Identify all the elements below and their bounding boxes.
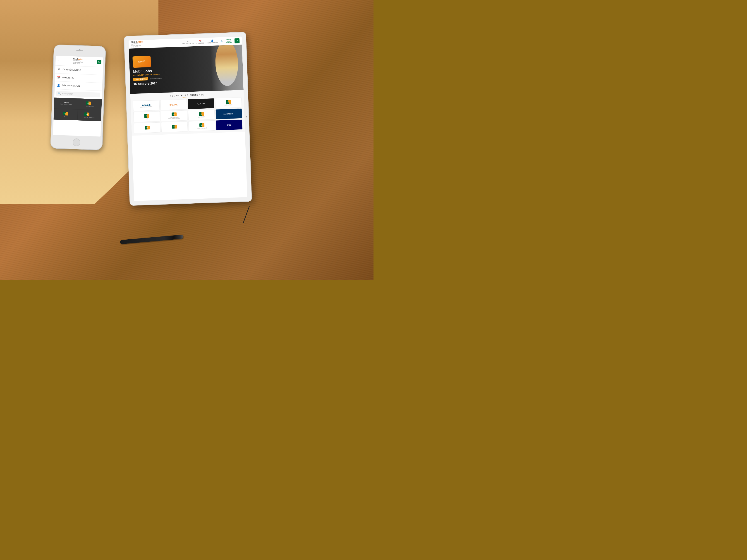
ca-assurances-logo: CA xyxy=(226,100,231,104)
phone-close-button[interactable]: × xyxy=(57,59,59,62)
tablet-hero-bycareer: BY CAREER PASS xyxy=(150,78,162,80)
phone-event-info: 100% DIGITAL 16 OCTOBRE 2020 9H00 - 17H3… xyxy=(73,60,83,65)
sponsor-ca-assurances[interactable]: CA ASSURANCES xyxy=(78,99,102,110)
ca-consumer-logo: CA xyxy=(84,112,89,116)
calendar-icon: 📅 xyxy=(57,76,60,79)
amundi-sub: ASSET MANAGEMENT xyxy=(140,106,153,108)
tablet-hero-banner: CAREER PASS MobiliJobs L'ÉVÉNEMENT MOBIL… xyxy=(129,45,243,94)
phone-sponsors-grid: CACEIS INVESTOR SERVICES CA ASSURANCES C… xyxy=(54,98,102,121)
ca-cib-logo2: CA xyxy=(144,114,149,118)
ca-bottom1-logo: CA xyxy=(145,126,150,129)
tablet-ateliers-icon: 📅 xyxy=(199,40,202,42)
lcl-logo: LCL xyxy=(227,124,232,126)
ca-logo-small: CA xyxy=(86,101,91,105)
career-pass-subtitle: PASS xyxy=(138,62,145,63)
sponsor-caceis[interactable]: CACEIS INVESTOR SERVICES xyxy=(54,98,78,109)
tablet-logo: MobiliJobs 100% DIGITAL 16 OCTOBRE 2020 … xyxy=(131,41,143,48)
phone-screen: × MobiliJobs 100% DIGITAL 16 OCTOBRE 202… xyxy=(53,56,103,136)
recruiter-ca-bottom2[interactable]: CA xyxy=(161,121,188,132)
recruiter-lcl[interactable]: LCL xyxy=(216,119,242,131)
recruiter-bbank[interactable]: B°BANK xyxy=(160,99,187,110)
phone-search-placeholder: Rechercher xyxy=(62,92,73,95)
ca-cib-sub: CIB xyxy=(146,118,148,119)
search-icon: 🔍 xyxy=(58,92,61,95)
phone-home-button[interactable] xyxy=(72,138,80,146)
phone-search-bar[interactable]: 🔍 Rechercher xyxy=(56,91,100,97)
recruiter-indosuez[interactable]: CA INDOSUEZ xyxy=(215,108,242,119)
tablet-camera xyxy=(246,116,247,117)
ca-consumer-logo2: CA xyxy=(171,112,177,116)
person-icon: 👤 xyxy=(57,83,60,87)
phone-logo: MobiliJobs 100% DIGITAL 16 OCTOBRE 2020 … xyxy=(73,58,83,65)
phone-app-header: × MobiliJobs 100% DIGITAL 16 OCTOBRE 202… xyxy=(55,56,103,67)
recruiter-credit-agricole[interactable]: CA CRÉDIT AGRICOLE xyxy=(188,121,215,131)
tablet-nav-ateliers[interactable]: 📅 ATELIERS xyxy=(197,40,204,44)
sponsor-consumer-sub: CRÉDIT AGRICOLE xyxy=(84,116,95,118)
career-pass-card: CAREER PASS xyxy=(132,56,151,68)
phone-ca-badge: CA xyxy=(97,60,101,64)
phone-device: × MobiliJobs 100% DIGITAL 16 OCTOBRE 202… xyxy=(50,44,106,150)
tablet-search-button[interactable]: 🔍 xyxy=(221,40,223,42)
tablet-group-credit: GROUPE CRÉDIT AGRICOLE xyxy=(226,39,232,43)
recruiter-ca-immobilier[interactable]: CA IMMOBILIER xyxy=(188,109,215,121)
tablet-device: MobiliJobs 100% DIGITAL 16 OCTOBRE 2020 … xyxy=(124,32,252,206)
ca-bottom3-logo: CA xyxy=(199,123,204,127)
sponsor-assurances-sub: ASSURANCES xyxy=(86,105,94,107)
tablet-nav-conferences[interactable]: 🎙 CONFÉRENCES xyxy=(182,40,194,45)
phone-menu-deconnexion-label: DÉCONNEXION xyxy=(62,84,80,87)
tablet-deconnexion-label: DÉCONNEXION xyxy=(207,42,218,44)
tablet-ca-badge: CA xyxy=(234,38,240,43)
recruiter-voir-fiche[interactable]: Voir la fiche S... xyxy=(188,98,214,109)
recruiter-ca-consumer[interactable]: CA CRÉDIT AGRICOLE CONSUMER FINANCE xyxy=(161,110,187,121)
sponsor-caceis-sub: INVESTOR SERVICES xyxy=(60,103,72,105)
tablet-event-info: 100% DIGITAL 16 OCTOBRE 2020 9H00 - 17H3… xyxy=(131,43,143,48)
phone-menu-conferences-label: CONFÉRENCES xyxy=(62,68,81,72)
tablet-conferences-label: CONFÉRENCES xyxy=(182,43,194,45)
recruteurs-underline xyxy=(183,97,192,97)
recruiter-ca-assurances[interactable]: CA ASSURANCES xyxy=(215,97,242,108)
recruiter-ca-cib[interactable]: CA CIB xyxy=(133,111,160,122)
microphone-icon: 🎙 xyxy=(57,68,61,71)
tablet-screen: MobiliJobs 100% DIGITAL 16 OCTOBRE 2020 … xyxy=(129,36,247,201)
tablet-agricole-label: AGRICOLE xyxy=(226,42,232,43)
tablet-recruteurs-section: RECRUTEURS PRÉSENTS Amundi ASSET MANAGEM… xyxy=(130,90,245,136)
tablet-nav-deconnexion[interactable]: 👤 DÉCONNEXION xyxy=(206,39,218,44)
sponsor-ca-cib[interactable]: CA CIB xyxy=(54,109,78,121)
ca-bottom2-logo: CA xyxy=(172,125,177,129)
recruteurs-grid: Amundi ASSET MANAGEMENT B°BANK Voir la f… xyxy=(133,97,242,123)
sponsor-ca-consumer[interactable]: CA CRÉDIT AGRICOLE xyxy=(77,109,101,121)
tablet-hero-content: CAREER PASS MobiliJobs L'ÉVÉNEMENT MOBIL… xyxy=(132,53,240,86)
indosuez-logo: CA INDOSUEZ xyxy=(224,113,234,115)
phone-speaker xyxy=(76,50,83,51)
phone-menu-ateliers-label: ATELIERS xyxy=(62,76,74,79)
tablet-deconnexion-icon: 👤 xyxy=(211,39,213,42)
recruiter-ca-bottom1[interactable]: CA xyxy=(134,122,160,133)
tablet-hero-digital: 100% DIGITAL xyxy=(133,77,149,81)
ca-cib-logo: CA xyxy=(63,111,68,115)
voir-fiche-text: Voir la fiche xyxy=(197,103,205,105)
sponsor-cib-sub: CIB xyxy=(63,116,68,117)
recruiter-amundi[interactable]: Amundi ASSET MANAGEMENT xyxy=(133,100,160,111)
tablet-brand-jobs: Jobs xyxy=(137,41,143,43)
ca-assurances-sub: ASSURANCES xyxy=(225,104,232,106)
hero-jobs: Jobs xyxy=(143,69,152,73)
hero-mobili: Mobili xyxy=(133,69,144,74)
phone-menu-deconnexion[interactable]: 👤 DÉCONNEXION xyxy=(55,81,102,91)
bbank-logo: B°BANK xyxy=(170,103,178,106)
ca-consumer-sub2: CONSUMER FINANCE xyxy=(168,118,180,119)
credit-agricole-sub: CRÉDIT AGRICOLE xyxy=(197,127,207,129)
ca-immobilier-logo: CA xyxy=(199,112,204,116)
tablet-nav-links: 🎙 CONFÉRENCES 📅 ATELIERS 👤 DÉCONNEXION 🔍… xyxy=(182,38,239,45)
tablet-ateliers-label: ATELIERS xyxy=(197,42,204,44)
voir-fiche-overlay: Voir la fiche xyxy=(188,99,214,109)
career-pass-title: CAREER xyxy=(138,60,145,62)
ca-immobilier-sub: IMMOBILIER xyxy=(198,116,205,118)
tablet-conferences-icon: 🎙 xyxy=(187,41,189,43)
